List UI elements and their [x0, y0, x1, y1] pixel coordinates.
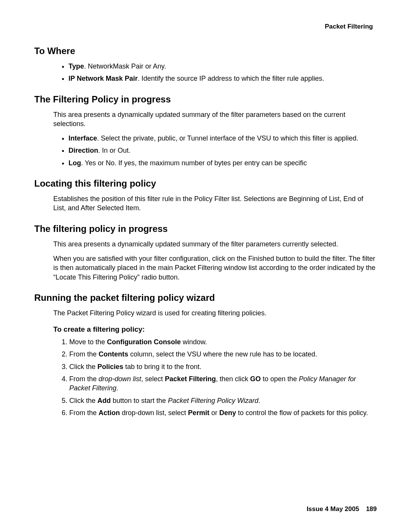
- step-italic: Packet Filtering Policy Wizard: [168, 397, 258, 404]
- heading-locating: Locating this filtering policy: [34, 178, 377, 189]
- step-text: drop-down list, select: [120, 409, 188, 417]
- step-bold: Policies: [97, 363, 123, 371]
- step-text: .: [258, 397, 260, 404]
- bullet-text: . NetworkMask Pair or Any.: [84, 62, 166, 70]
- step-text: to control the flow of packets for this …: [236, 409, 368, 417]
- bullet-text: . In or Out.: [98, 147, 131, 154]
- list-item: Click the Add button to start the Packet…: [69, 396, 377, 405]
- step-text: window.: [181, 338, 207, 346]
- step-bold: Permit: [188, 409, 209, 417]
- steps-list: Move to the Configuration Console window…: [61, 337, 377, 417]
- step-bold: Deny: [219, 409, 236, 417]
- step-text: .: [116, 384, 118, 392]
- step-text: column, select the VSU where the new rul…: [128, 350, 317, 358]
- footer-issue: Issue 4 May 2005: [307, 505, 359, 513]
- list-item: Direction. In or Out.: [68, 146, 377, 155]
- step-text: Click the: [69, 363, 97, 371]
- step-text: From the: [69, 409, 99, 417]
- list-item: Interface. Select the private, public, o…: [68, 134, 377, 143]
- body-paragraph: The Packet Filtering Policy wizard is us…: [53, 308, 377, 318]
- list-item: IP Network Mask Pair. Identify the sourc…: [68, 74, 377, 83]
- list-item: From the Contents column, select the VSU…: [69, 350, 377, 359]
- bullet-text: . Identify the source IP address to whic…: [138, 75, 324, 82]
- subheading-create-policy: To create a filtering policy:: [53, 325, 377, 334]
- list-item: Type. NetworkMask Pair or Any.: [68, 62, 377, 71]
- body-paragraph: This area presents a dynamically updated…: [53, 110, 377, 129]
- bullet-label: Interface: [68, 134, 97, 142]
- step-italic: drop-down list: [99, 375, 141, 383]
- body-paragraph: This area presents a dynamically updated…: [53, 240, 377, 249]
- bullet-label: IP Network Mask Pair: [68, 75, 138, 82]
- bullet-label: Direction: [68, 147, 98, 154]
- step-text: Move to the: [69, 338, 107, 346]
- page-footer: Issue 4 May 2005189: [307, 505, 377, 513]
- footer-page-number: 189: [366, 505, 377, 513]
- step-text: or: [209, 409, 219, 417]
- step-text: Click the: [69, 397, 97, 404]
- step-bold: Add: [97, 397, 111, 404]
- step-text: From the: [69, 375, 99, 383]
- filtering-progress-bullets: Interface. Select the private, public, o…: [68, 134, 377, 168]
- bullet-label: Log: [68, 159, 81, 167]
- heading-filtering-policy-progress-1: The Filtering Policy in progress: [34, 94, 377, 105]
- step-bold: Contents: [99, 350, 128, 358]
- list-item: From the drop-down list, select Packet F…: [69, 374, 377, 393]
- step-text: , then click: [216, 375, 250, 383]
- list-item: From the Action drop-down list, select P…: [69, 408, 377, 417]
- heading-filtering-policy-progress-2: The filtering policy in progress: [34, 224, 377, 234]
- to-where-bullets: Type. NetworkMask Pair or Any. IP Networ…: [68, 62, 377, 83]
- step-bold: Action: [99, 409, 120, 417]
- heading-running-wizard: Running the packet filtering policy wiza…: [34, 292, 377, 303]
- body-paragraph: Establishes the position of this filter …: [53, 194, 377, 213]
- step-bold: GO: [250, 375, 261, 383]
- step-text: to open the: [261, 375, 299, 383]
- body-paragraph: When you are satisfied with your filter …: [53, 254, 377, 282]
- bullet-label: Type: [68, 62, 84, 70]
- step-bold: Configuration Console: [107, 338, 181, 346]
- bullet-text: . Yes or No. If yes, the maximum number …: [81, 159, 307, 167]
- heading-to-where: To Where: [34, 46, 377, 56]
- page: Packet Filtering To Where Type. NetworkM…: [0, 0, 411, 532]
- step-bold: Packet Filtering: [165, 375, 216, 383]
- list-item: Move to the Configuration Console window…: [69, 337, 377, 347]
- bullet-text: . Select the private, public, or Tunnel …: [97, 134, 358, 142]
- step-text: tab to bring it to the front.: [123, 363, 201, 371]
- step-text: , select: [141, 375, 165, 383]
- list-item: Click the Policies tab to bring it to th…: [69, 362, 377, 371]
- step-text: From the: [69, 350, 99, 358]
- step-text: button to start the: [111, 397, 168, 404]
- list-item: Log. Yes or No. If yes, the maximum numb…: [68, 158, 377, 168]
- running-header: Packet Filtering: [34, 23, 377, 30]
